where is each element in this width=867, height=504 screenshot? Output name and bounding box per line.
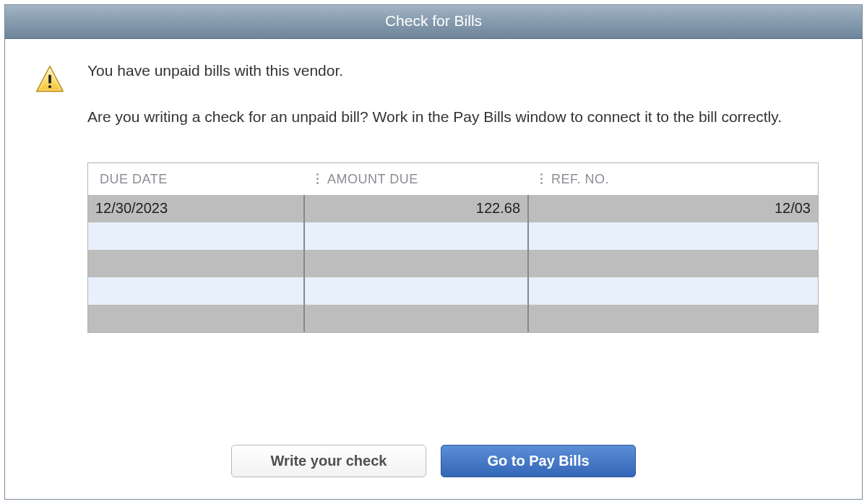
dialog-title: Check for Bills [385,12,482,29]
cell-amount-due [305,277,529,305]
col-header-amount-due[interactable]: AMOUNT DUE [305,163,529,195]
cell-amount-due [305,305,529,332]
dialog-buttons: Write your check Go to Pay Bills [5,430,862,499]
cell-due-date [88,305,305,332]
cell-amount-due: 122.68 [305,195,529,222]
cell-ref-no [529,277,818,305]
col-header-ref-no[interactable]: REF. NO. [529,163,818,195]
body-column: You have unpaid bills with this vendor. … [87,61,819,409]
table-row[interactable] [88,250,818,277]
column-grip-icon[interactable] [316,173,319,184]
table-row[interactable]: 12/30/2023 122.68 12/03 [88,195,818,222]
cell-due-date [88,222,305,250]
write-your-check-button[interactable]: Write your check [231,445,426,477]
message-secondary: Are you writing a check for an unpaid bi… [87,107,819,127]
bills-table: DUE DATE AMOUNT DUE REF. NO. 12/30/2023 … [87,162,819,333]
column-grip-icon[interactable] [540,173,543,184]
dialog-titlebar: Check for Bills [5,5,862,39]
cell-due-date [88,277,305,305]
icon-column [34,61,66,409]
cell-ref-no: 12/03 [529,195,818,222]
cell-due-date: 12/30/2023 [88,195,305,222]
table-row[interactable] [88,222,818,250]
cell-amount-due [305,250,529,277]
check-for-bills-dialog: Check for Bills You have unpaid bills wi… [4,4,863,500]
message-primary: You have unpaid bills with this vendor. [87,61,819,81]
col-header-label: REF. NO. [551,170,609,188]
svg-point-1 [48,85,51,88]
svg-rect-0 [48,75,51,84]
table-row[interactable] [88,305,818,332]
table-body: 12/30/2023 122.68 12/03 [88,195,818,332]
cell-ref-no [529,222,818,250]
table-row[interactable] [88,277,818,305]
warning-icon [34,64,66,95]
cell-amount-due [305,222,529,250]
col-header-label: DUE DATE [100,170,168,188]
col-header-due-date[interactable]: DUE DATE [88,163,305,195]
cell-ref-no [529,250,818,277]
table-header: DUE DATE AMOUNT DUE REF. NO. [88,163,818,195]
dialog-content: You have unpaid bills with this vendor. … [5,39,862,430]
go-to-pay-bills-button[interactable]: Go to Pay Bills [441,445,636,477]
col-header-label: AMOUNT DUE [327,170,418,188]
cell-ref-no [529,305,818,332]
cell-due-date [88,250,305,277]
